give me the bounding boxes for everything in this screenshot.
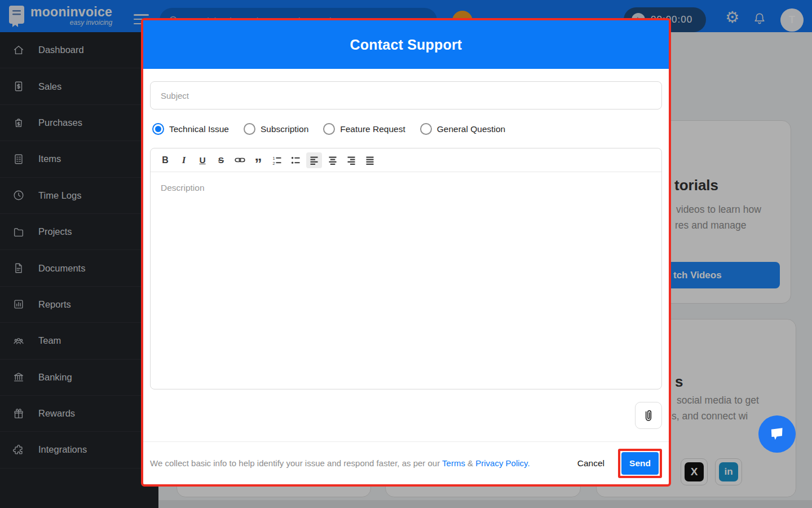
ordered-list-icon: 12 [272,155,282,165]
blockquote-button[interactable]: ” [250,152,266,168]
send-button[interactable]: Send [621,452,659,475]
modal-footer: We collect basic info to help identify y… [143,442,669,484]
screen: torials videos to learn how res and mana… [0,0,812,508]
radio-circle-icon [420,123,432,135]
bullet-list-icon [290,155,301,165]
radio-circle-icon [244,123,255,135]
radio-technical-issue[interactable]: Technical Issue [152,123,229,135]
send-button-highlight: Send [618,449,662,478]
radio-feature-request[interactable]: Feature Request [323,123,405,135]
modal-header: Contact Support [143,20,669,69]
underline-button[interactable]: U [195,152,210,168]
link-button[interactable] [232,152,248,168]
modal-title: Contact Support [350,37,462,53]
bold-button[interactable]: B [157,152,173,168]
align-right-icon [346,155,356,165]
contact-support-modal: Contact Support Technical Issue Subscrip… [141,18,671,487]
align-right-button[interactable] [343,152,359,168]
align-left-button[interactable] [306,152,322,168]
attach-file-button[interactable] [635,402,662,429]
cancel-button[interactable]: Cancel [577,458,604,468]
bullet-list-button[interactable] [288,152,303,168]
italic-button[interactable]: I [176,152,192,168]
align-justify-icon [365,155,375,165]
align-justify-button[interactable] [362,152,378,168]
terms-link[interactable]: Terms [442,458,465,468]
strikethrough-button[interactable]: S [213,152,229,168]
category-radio-group: Technical Issue Subscription Feature Req… [152,123,505,135]
link-icon [235,155,245,165]
radio-general-question[interactable]: General Question [420,123,506,135]
radio-subscription[interactable]: Subscription [244,123,308,135]
align-center-icon [328,155,338,165]
description-editor: B I U S ” 12 [150,148,662,389]
align-center-button[interactable] [325,152,341,168]
radio-circle-icon [152,123,164,135]
chat-widget-button[interactable] [758,415,796,453]
paperclip-icon [641,408,656,423]
subject-input[interactable] [150,81,662,110]
align-left-icon [309,155,319,165]
ordered-list-button[interactable]: 12 [269,152,285,168]
svg-text:2: 2 [273,160,275,165]
chat-bubble-icon [765,422,789,446]
description-input[interactable]: Description [151,172,661,389]
editor-toolbar: B I U S ” 12 [151,148,661,172]
privacy-disclaimer: We collect basic info to help identify y… [150,458,573,468]
radio-circle-icon [323,123,335,135]
privacy-policy-link[interactable]: Privacy Policy. [475,458,529,468]
